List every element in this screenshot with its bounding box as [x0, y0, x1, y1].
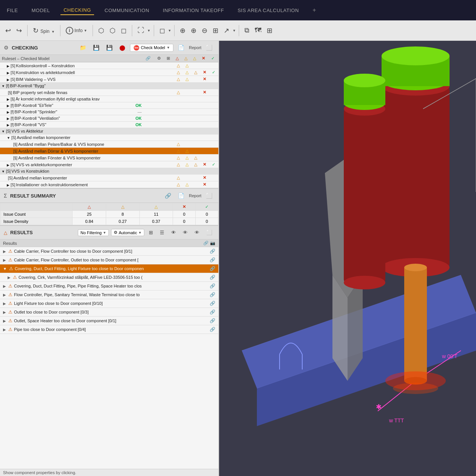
results-list-btn[interactable]: ☰ [158, 228, 167, 237]
spin-dropdown-arrow: ▼ [51, 30, 55, 34]
folder-icon-btn[interactable]: 📁 [77, 43, 88, 52]
result-name: Covering, Cirk, Varmförzinkad stålplåt, … [19, 275, 208, 280]
menu-checking[interactable]: CHECKING [60, 6, 94, 15]
checking-table-row[interactable]: [§]Avstånd mellan Dörrar & VVS komponent… [0, 148, 218, 155]
auto-button[interactable]: ⚙ Automatic ▼ [111, 229, 144, 236]
filter-label: No Filtering [80, 230, 102, 235]
stop-btn[interactable]: ⬤ [117, 43, 128, 52]
box3-icon-btn[interactable]: ◻ [119, 25, 129, 36]
result-item[interactable]: ▶ ⚠ Flow Controller, Pipe, Sanitary Term… [0, 291, 218, 299]
map-btn[interactable]: 🗺 [252, 25, 264, 36]
cube-icon-btn[interactable]: ◻ [157, 25, 167, 36]
result-item[interactable]: ▼ ⚠ Covering, Duct, Duct Fitting, Light … [0, 264, 218, 273]
undo-button[interactable]: ↩ [3, 25, 13, 36]
redo-button[interactable]: ↪ [14, 25, 24, 36]
results-collapse-btn[interactable]: ⬜ [204, 228, 215, 237]
checking-table-row[interactable]: ▶[§]Är korrekt information ifylld enligt… [0, 96, 218, 102]
expand-icon[interactable]: ▶ [7, 78, 9, 82]
collapse-btn1[interactable]: ⬜ [204, 43, 215, 52]
menu-plus[interactable]: + [309, 5, 319, 15]
menu-sis-area[interactable]: SIS AREA CALCULATION [235, 6, 302, 15]
menu-model[interactable]: MODEL [28, 6, 53, 15]
layers-btn[interactable]: ⧉ [242, 25, 252, 36]
expand-icon[interactable]: ▶ [7, 117, 9, 121]
3d-viewport[interactable]: w 00'T w TTT ✱ ✱ [219, 41, 476, 476]
save2-btn[interactable]: 💾 [104, 43, 115, 52]
result-item[interactable]: ▶ ⚠ Light Fixture too close to Door comp… [0, 299, 218, 308]
zoom-sel-btn[interactable]: ↗ [221, 25, 232, 36]
results-eye3-btn[interactable]: 👁 [192, 228, 202, 237]
cell-x [200, 128, 209, 134]
expand-icon[interactable]: ▼ [2, 130, 5, 133]
checking-table-row[interactable]: ▶[S]Konstruktion vs arkitekturmodell△△△✕… [0, 69, 218, 76]
results-grid-btn[interactable]: ⊞ [147, 228, 155, 237]
fit-btn[interactable]: ⊕ [178, 25, 188, 36]
menu-file[interactable]: FILE [4, 6, 21, 15]
cell-tri2: △ [182, 76, 191, 83]
col-tri-orange: △ [182, 55, 191, 62]
expand-icon[interactable]: ▶ [7, 110, 9, 114]
box2-icon-btn[interactable]: ⬡ [107, 25, 118, 36]
checking-table-row[interactable]: [§]Avstånd mellan Pelare/Balkar & VVS ko… [0, 141, 218, 148]
expand-icon[interactable]: ▶ [7, 104, 9, 108]
expand-icon[interactable]: ▼ [2, 170, 5, 173]
result-item[interactable]: ▶ ⚠ Covering, Cirk, Varmförzinkad stålpl… [0, 273, 218, 282]
cell-grid [165, 89, 174, 96]
filter-button[interactable]: No Filtering ▼ [78, 229, 109, 236]
summary-collapse-btn[interactable]: ⬜ [204, 191, 215, 200]
result-link-icon: 🔗 [210, 283, 215, 289]
checking-table-row[interactable]: ▶[f]BIP-Kontroll "Sprinkler"— [0, 109, 218, 115]
tri2-icon: △ [185, 155, 189, 160]
expand-icon[interactable]: ▶ [7, 97, 9, 101]
checking-table-row[interactable]: ▶[S]BIM Validering – VVS△△✕ [0, 76, 218, 83]
info-button[interactable]: i Info ▼ [63, 25, 90, 36]
view-dropdown-arrow: ▼ [147, 29, 151, 32]
checking-table-row[interactable]: [S]Avstånd mellan komponenter△✕ [0, 175, 218, 181]
checking-table-row[interactable]: ▶[S]Kollisionskontroll – Konstruktion△△ [0, 62, 218, 69]
checking-table-row[interactable]: ▶[f]BIP-Kontroll "El/Tele"OK [0, 102, 218, 109]
checking-table-row[interactable]: ▼[S]VVS vs Konstruktion [0, 168, 218, 175]
expand-icon[interactable]: ▼ [2, 84, 5, 88]
box-icon-btn[interactable]: ⬡ [96, 25, 107, 36]
results-eye1-btn[interactable]: 👁 [169, 228, 178, 237]
summary-link-btn[interactable]: 🔗 [162, 191, 173, 200]
result-item[interactable]: ▶ ⚠ Cable Carrier, Flow Controller, Outl… [0, 256, 218, 264]
expand-icon[interactable]: ▶ [7, 123, 9, 127]
expand-icon[interactable]: ▶ [7, 71, 9, 75]
result-item[interactable]: ▶ ⚠ Pipe too close to Door component [0/… [0, 325, 218, 334]
expand-icon[interactable]: ▶ [7, 64, 9, 68]
checking-table-row[interactable]: ▶[f]BIP-Kontroll "VS"OK [0, 122, 218, 128]
result-item[interactable]: ▶ ⚠ Covering, Duct, Duct Fitting, Pipe, … [0, 282, 218, 291]
checking-table-row[interactable]: ▶[S]Installationer och konstruktionselem… [0, 181, 218, 188]
result-item[interactable]: ▶ ⚠ Outlet too close to Door component [… [0, 308, 218, 317]
menu-information-takeoff[interactable]: INFORMATION TAKEOFF [160, 6, 227, 15]
person-icon-btn[interactable]: ⛶ [135, 25, 147, 36]
check-model-button[interactable]: ⛔ Check Model ▼ [130, 44, 173, 52]
row-name: ▼[S]Avstånd mellan komponenter [0, 134, 144, 141]
result-item[interactable]: ▶ ⚠ Outlet, Space Heater too close to Do… [0, 317, 218, 325]
checking-table-row[interactable]: [§]Avstånd mellan Fönster & VVS komponen… [0, 155, 218, 161]
summary-report-btn[interactable]: 📄 [176, 191, 187, 200]
checking-table-row[interactable]: ▶[S]VVS vs arkitekturkomponenter△△△✕✓ [0, 161, 218, 168]
results-eye2-btn[interactable]: 👁 [181, 228, 190, 237]
expand-icon[interactable]: ▶ [7, 163, 9, 167]
row-type-icon: [S] [11, 71, 15, 75]
cell-tri2 [182, 83, 191, 89]
checking-table-row[interactable]: ▼[f]BIP-Kontroll "Bygg" [0, 83, 218, 89]
checking-table-row[interactable]: ▼[S]VVS vs Aktitektur [0, 128, 218, 134]
zoom-out-btn[interactable]: ⊖ [199, 25, 210, 36]
zoom-fit-btn[interactable]: ⊞ [210, 25, 221, 36]
checking-table-row[interactable]: ▶[f]BIP-Kontroll "Ventilation"OK [0, 115, 218, 122]
result-item[interactable]: ▶ ⚠ Cable Carrier, Flow Controller too c… [0, 247, 218, 256]
checking-table-row[interactable]: [§]BIP property set måste finnas△✕ [0, 89, 218, 96]
stack-btn[interactable]: ⊞ [264, 25, 275, 36]
zoom-in-btn[interactable]: ⊕ [189, 25, 199, 36]
expand-icon[interactable]: ▶ [7, 183, 9, 187]
checking-table-row[interactable]: ▼[S]Avstånd mellan komponenter [0, 134, 218, 141]
expand-icon[interactable]: ▼ [7, 136, 10, 140]
menu-communication[interactable]: COMMUNICATION [102, 6, 152, 15]
report-icon-btn1[interactable]: 📄 [176, 43, 187, 52]
spin-button[interactable]: ↻ Spin ▼ [31, 25, 57, 36]
save1-btn[interactable]: 💾 [91, 43, 102, 52]
cell-settings [155, 102, 165, 109]
